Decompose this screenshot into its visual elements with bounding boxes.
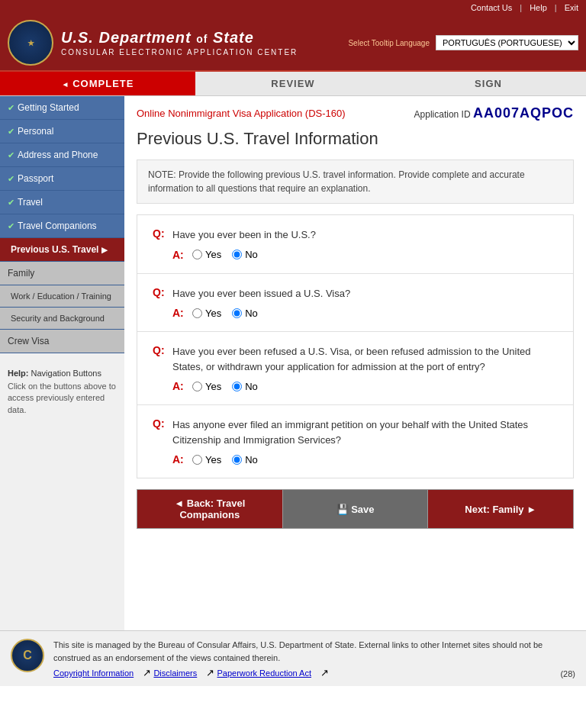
question-block-3: Q: Have you ever been refused a U.S. Vis…: [137, 332, 573, 405]
q2-label: Q:: [153, 286, 168, 298]
sidebar-item-getting-started[interactable]: Getting Started: [0, 96, 124, 120]
q4-answer-row: A: Yes No: [172, 453, 558, 465]
q3-radio-group: Yes No: [192, 381, 258, 392]
dept-subtitle: CONSULAR ELECTRONIC APPLICATION CENTER: [61, 48, 298, 56]
questions-box: Q: Have you ever been in the U.S.? A: Ye…: [137, 214, 574, 478]
q2-text: Have you ever been issued a U.S. Visa?: [172, 286, 350, 301]
q2-row: Q: Have you ever been issued a U.S. Visa…: [153, 286, 558, 301]
sidebar-item-previous-travel[interactable]: Previous U.S. Travel: [0, 238, 124, 262]
q1-answer-label: A:: [172, 249, 188, 261]
q2-answer-row: A: Yes No: [172, 307, 558, 319]
main-layout: Getting Started Personal Address and Pho…: [0, 96, 586, 630]
q3-answer-label: A:: [172, 380, 188, 392]
q1-no-option[interactable]: No: [232, 249, 258, 260]
app-id-value: AA007AQPOC: [473, 105, 574, 121]
sidebar-item-travel-companions[interactable]: Travel Companions: [0, 214, 124, 238]
q1-radio-group: Yes No: [192, 249, 258, 260]
q3-yes-radio[interactable]: [192, 382, 202, 391]
q3-text: Have you ever been refused a U.S. Visa, …: [172, 344, 558, 374]
q1-no-radio[interactable]: [232, 250, 242, 259]
q4-answer-label: A:: [172, 453, 188, 465]
header-right: Select Tooltip Language PORTUGUÊS (PORTU…: [348, 35, 578, 50]
footer-text: This site is managed by the Bureau of Co…: [53, 639, 551, 664]
question-block-2: Q: Have you ever been issued a U.S. Visa…: [137, 274, 573, 333]
contact-link[interactable]: Contact Us: [471, 3, 512, 12]
form-title: Online Nonimmigrant Visa Application (DS…: [137, 108, 346, 119]
q1-text: Have you ever been in the U.S.?: [172, 227, 316, 243]
q3-no-radio[interactable]: [232, 382, 242, 391]
q4-label: Q:: [153, 417, 168, 430]
bottom-nav: ◄ Back: Travel Companions 💾 Save Next: F…: [137, 489, 574, 529]
q3-row: Q: Have you ever been refused a U.S. Vis…: [153, 344, 558, 374]
q4-no-option[interactable]: No: [232, 454, 258, 465]
tab-complete[interactable]: COMPLETE: [0, 72, 195, 95]
exit-link[interactable]: Exit: [565, 3, 578, 12]
q2-yes-radio[interactable]: [192, 308, 202, 318]
q1-yes-option[interactable]: Yes: [192, 249, 221, 260]
q4-text: Has anyone ever filed an immigrant petit…: [172, 417, 558, 447]
q1-label: Q:: [153, 227, 168, 240]
header-left: ★ U.S. Department of State CONSULAR ELEC…: [8, 20, 298, 66]
app-id: Application ID AA007AQPOC: [414, 105, 574, 121]
q3-answer-row: A: Yes No: [172, 380, 558, 392]
q2-yes-option[interactable]: Yes: [192, 308, 221, 319]
q2-no-option[interactable]: No: [232, 308, 258, 319]
sidebar-item-work-education[interactable]: Work / Education / Training: [0, 285, 124, 308]
back-button[interactable]: ◄ Back: Travel Companions: [137, 490, 283, 528]
sidebar-item-travel[interactable]: Travel: [0, 191, 124, 214]
tab-review[interactable]: REVIEW: [195, 72, 391, 95]
copyright-link[interactable]: Copyright Information: [53, 668, 134, 678]
dept-name: U.S. Department of State: [61, 29, 298, 47]
q2-no-radio[interactable]: [232, 308, 242, 318]
footer-seal-icon: C: [11, 639, 44, 672]
q3-label: Q:: [153, 344, 168, 356]
app-id-label: Application ID: [414, 109, 471, 120]
q4-yes-option[interactable]: Yes: [192, 454, 221, 465]
content-area: Online Nonimmigrant Visa Application (DS…: [124, 96, 586, 630]
help-link[interactable]: Help: [530, 3, 547, 12]
header-title: U.S. Department of State CONSULAR ELECTR…: [61, 29, 298, 56]
q4-row: Q: Has anyone ever filed an immigrant pe…: [153, 417, 558, 447]
q3-no-option[interactable]: No: [232, 381, 258, 392]
q3-yes-option[interactable]: Yes: [192, 381, 221, 392]
progress-tabs: COMPLETE REVIEW SIGN: [0, 72, 586, 96]
sidebar-item-security[interactable]: Security and Background: [0, 308, 124, 330]
help-text: Click on the buttons above to access pre…: [8, 381, 117, 416]
footer: C This site is managed by the Bureau of …: [0, 630, 586, 686]
help-title: Help:: [8, 369, 31, 378]
next-button[interactable]: Next: Family ►: [428, 490, 573, 528]
tooltip-label: Select Tooltip Language: [348, 39, 430, 47]
footer-content: This site is managed by the Bureau of Co…: [53, 639, 551, 678]
disclaimers-link[interactable]: Disclaimers: [153, 668, 197, 678]
tab-sign[interactable]: SIGN: [391, 72, 586, 95]
q1-answer-row: A: Yes No: [172, 249, 558, 261]
sidebar-item-address[interactable]: Address and Phone: [0, 143, 124, 167]
sidebar-item-family[interactable]: Family: [0, 262, 124, 285]
sidebar-help: Help: Navigation Buttons Click on the bu…: [0, 361, 124, 424]
question-block-4: Q: Has anyone ever filed an immigrant pe…: [137, 405, 573, 478]
seal-icon: ★: [8, 20, 53, 66]
paperwork-link[interactable]: Paperwork Reduction Act: [217, 668, 311, 678]
sidebar-item-passport[interactable]: Passport: [0, 167, 124, 191]
help-nav-label: Navigation Buttons: [31, 369, 101, 378]
language-select[interactable]: PORTUGUÊS (PORTUGUESE): [436, 35, 578, 50]
footer-links: Copyright Information ↗ Disclaimers ↗ Pa…: [53, 667, 551, 678]
sidebar: Getting Started Personal Address and Pho…: [0, 96, 124, 630]
app-id-bar: Online Nonimmigrant Visa Application (DS…: [137, 105, 574, 121]
question-block-1: Q: Have you ever been in the U.S.? A: Ye…: [137, 215, 573, 274]
footer-count: (28): [560, 669, 575, 678]
q2-radio-group: Yes No: [192, 308, 258, 319]
q4-yes-radio[interactable]: [192, 455, 202, 465]
header: ★ U.S. Department of State CONSULAR ELEC…: [0, 15, 586, 72]
note-box: NOTE: Provide the following previous U.S…: [137, 159, 574, 204]
q1-row: Q: Have you ever been in the U.S.?: [153, 227, 558, 243]
q1-yes-radio[interactable]: [192, 250, 202, 259]
q4-radio-group: Yes No: [192, 454, 258, 465]
sidebar-item-personal[interactable]: Personal: [0, 120, 124, 143]
sidebar-item-crew-visa[interactable]: Crew Visa: [0, 330, 124, 353]
top-bar: Contact Us | Help | Exit: [0, 0, 586, 15]
page-title: Previous U.S. Travel Information: [137, 129, 574, 149]
save-button[interactable]: 💾 Save: [283, 490, 429, 528]
q4-no-radio[interactable]: [232, 455, 242, 465]
q2-answer-label: A:: [172, 307, 188, 319]
